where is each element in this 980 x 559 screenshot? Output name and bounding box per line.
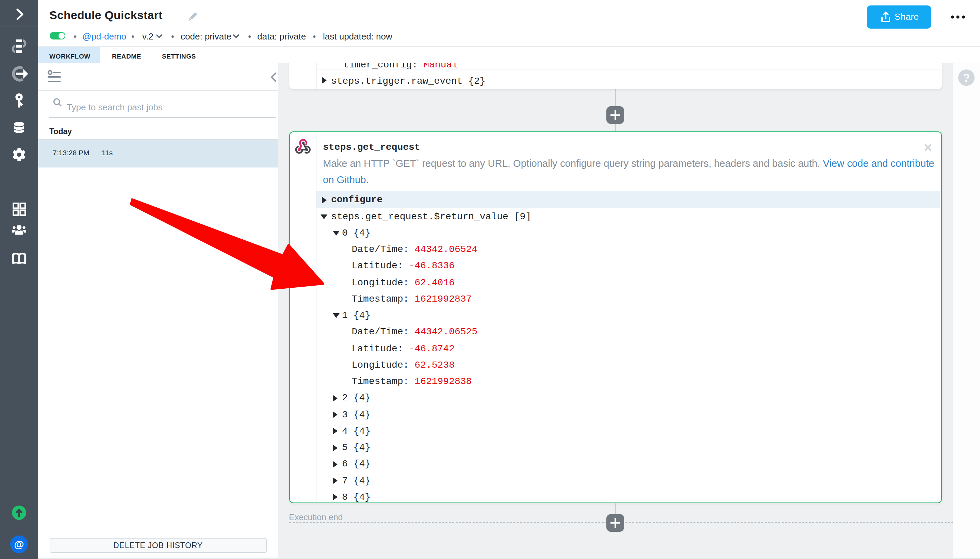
svg-text:@: @ (14, 539, 24, 550)
